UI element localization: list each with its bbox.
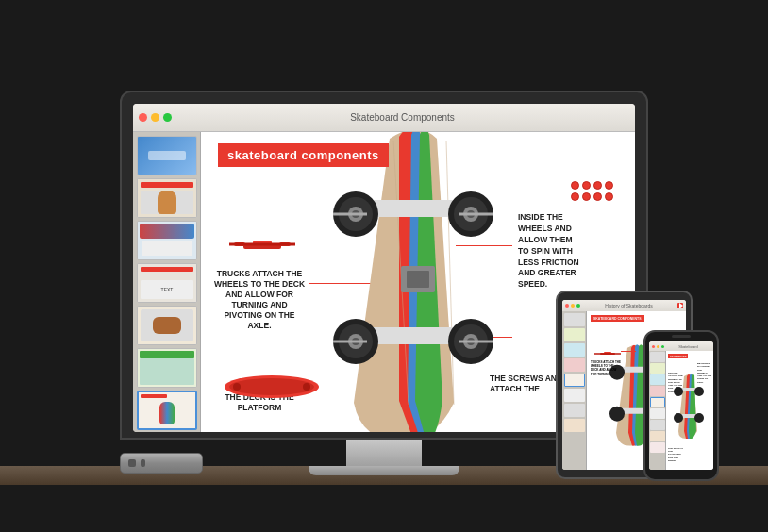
slide-thumbnail-2[interactable] <box>137 178 197 218</box>
ipad-thumb-7[interactable] <box>564 404 585 417</box>
ipad-thumb-8[interactable] <box>564 419 585 432</box>
slides-sidebar[interactable]: TEXT <box>133 132 201 432</box>
iphone[interactable]: Skateboard SKATEBOARD <box>643 330 719 481</box>
svg-point-8 <box>303 383 310 391</box>
deck-graphic <box>220 374 324 404</box>
bearing-dot-6 <box>582 192 591 201</box>
bearing-dot-1 <box>571 181 579 190</box>
ipad-slide-title: SKATEBOARD COMPONENTS <box>591 315 644 322</box>
iphone-thumb-1[interactable] <box>650 352 665 362</box>
iphone-thumb-8[interactable] <box>650 431 665 441</box>
iphone-title: Skateboard <box>666 344 710 349</box>
trucks-annotation: TRUCKS ATTACH THE WHEELS TO THE DECK AND… <box>212 269 307 331</box>
iphone-thumb-5-active[interactable] <box>650 397 665 407</box>
svg-point-6 <box>229 378 314 395</box>
window-close-button[interactable] <box>139 113 147 122</box>
svg-point-44 <box>609 407 625 422</box>
iphone-trucks-text: TRUCKS ATTACH THE WHEELS TO THE DECK AND… <box>668 372 683 393</box>
iphone-min-btn[interactable] <box>657 345 659 348</box>
ipad-thumb-4[interactable] <box>564 358 585 372</box>
truck-graphic <box>229 222 295 277</box>
bearing-dot-4 <box>605 181 613 190</box>
ipad-connector-1 <box>621 351 636 352</box>
iphone-deck-text: THE DECK IS THE PLATFORM FOR THE RIDER. <box>668 447 683 462</box>
slide-thumbnail-3[interactable] <box>137 221 197 260</box>
slide-thumbnail-5[interactable] <box>137 306 197 345</box>
ipad-trucks-text: TRUCKS ATTACH THE WHEELS TO THE DECK AND… <box>591 360 621 376</box>
iphone-thumb-7[interactable] <box>650 420 665 430</box>
iphone-thumb-2[interactable] <box>650 363 665 374</box>
ipad-thumb-1[interactable] <box>564 313 585 326</box>
ipad-thumb-3[interactable] <box>564 343 585 357</box>
keynote-toolbar: Skateboard Components <box>133 104 635 132</box>
bearing-dot-8 <box>605 192 613 201</box>
ipad-close-btn[interactable] <box>565 304 569 308</box>
ipad-title: History of Skateboards <box>582 303 676 308</box>
window-minimize-button[interactable] <box>151 113 159 122</box>
iphone-bearings-text: BEARINGS FIT INSIDE THE WHEELS AND ALLOW… <box>697 362 712 384</box>
iphone-max-btn[interactable] <box>661 345 664 348</box>
svg-point-50 <box>674 413 683 423</box>
slide-thumbnail-1[interactable] <box>137 136 197 175</box>
monitor-stand-neck <box>346 440 422 466</box>
ipad-thumb-5-active[interactable] <box>564 374 585 387</box>
ipad-min-btn[interactable] <box>571 304 575 308</box>
svg-point-7 <box>233 383 241 391</box>
slide-title: skateboard components <box>218 143 389 167</box>
slide-thumbnail-6[interactable] <box>137 348 197 388</box>
iphone-close-btn[interactable] <box>652 345 655 348</box>
iphone-thumb-9[interactable] <box>650 442 665 453</box>
bearing-dot-7 <box>593 192 602 201</box>
svg-point-48 <box>694 387 704 396</box>
ipad-thumb-6[interactable] <box>564 389 585 402</box>
ipad-play-btn[interactable] <box>677 303 683 308</box>
iphone-slide-title: SKATEBOARD <box>668 354 688 358</box>
bearing-dot-2 <box>582 181 591 190</box>
bearings-annotation: INSIDE THE WHEELS ANDALLOW THEMTO SPIN W… <box>518 212 622 291</box>
skateboard-illustration <box>314 132 522 432</box>
window-title: Skateboard Components <box>175 112 629 123</box>
bearing-dot-3 <box>593 181 602 190</box>
ipad-thumb-2[interactable] <box>564 328 585 341</box>
slide-thumbnail-7-active[interactable] <box>137 391 197 430</box>
monitor-stand-base <box>309 466 459 475</box>
slide-thumbnail-4[interactable]: TEXT <box>137 263 197 303</box>
iphone-thumb-6[interactable] <box>650 408 665 419</box>
svg-rect-32 <box>407 271 429 288</box>
iphone-notch <box>672 335 691 338</box>
iphone-screen: Skateboard SKATEBOARD <box>649 341 713 470</box>
bearing-dots <box>571 181 620 201</box>
iphone-thumb-3[interactable] <box>650 374 665 385</box>
bearing-dot-5 <box>571 192 579 201</box>
iphone-thumb-4[interactable] <box>650 386 665 396</box>
window-maximize-button[interactable] <box>163 113 172 122</box>
svg-point-51 <box>694 413 704 423</box>
ipad-max-btn[interactable] <box>576 304 580 308</box>
